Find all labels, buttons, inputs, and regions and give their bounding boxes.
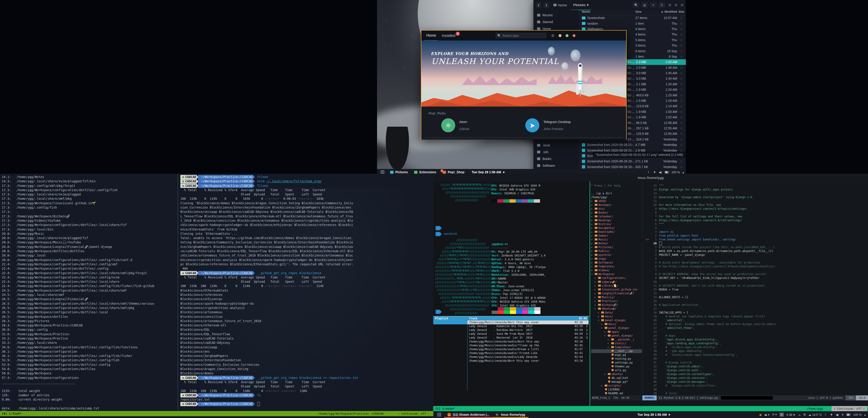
app-grid-icon[interactable] (381, 170, 384, 174)
star-toggle[interactable]: ☆ (677, 138, 686, 141)
back-button[interactable]: ❮ (536, 2, 541, 8)
firefox-nightly-icon[interactable]: ◉ (759, 413, 762, 416)
workspaces-icon[interactable]: ⧉ (804, 413, 806, 416)
track-row[interactable]: /home/ygg/Music/zenaida/audio/Lady Zenai… (467, 355, 589, 359)
sidebar-bookmark[interactable]: .local (533, 142, 579, 149)
track-row[interactable]: /home/ygg/Music/zenaida/audio/"Clean up … (467, 344, 589, 348)
track-row[interactable]: /home/ygg/Music/zenaida/Born this way co… (467, 321, 589, 324)
track-row[interactable]: Lady Zenaid . Humanite Uni Toi 201703:30… (467, 324, 589, 328)
track-row[interactable]: /home/ygg/Music/zenaida/audio/Dream a li… (467, 348, 589, 351)
tmux-pane-fish[interactable]: ●CADCAD~/Workspace/Practice➶/CADCADfclon… (179, 174, 433, 411)
window-button[interactable] (681, 4, 684, 6)
menu-button[interactable]: ☰ (658, 2, 665, 8)
star-toggle[interactable]: ☆ (677, 132, 686, 136)
window-button[interactable] (669, 4, 671, 6)
track-row[interactable]: /home/ygg/Music/zenaida/audio/Born this … (467, 340, 589, 344)
track-row[interactable]: Lady Zenaid . Save Me From Myse 201704:5… (467, 332, 589, 336)
night-light-icon[interactable]: ☾ (825, 413, 827, 416)
search-button[interactable]: 🔍 (633, 2, 640, 8)
chevron-up-icon[interactable]: ▴ (682, 171, 684, 174)
shop-tab-home[interactable]: Home (425, 31, 438, 41)
microphone-icon[interactable]: ⚲ (842, 413, 844, 416)
star-toggle[interactable]: ☆ (677, 115, 686, 119)
star-toggle[interactable]: ☆ (677, 104, 686, 108)
star-toggle[interactable]: ☆ (677, 82, 686, 86)
playlist-item[interactable] (433, 321, 467, 324)
list-column-headers[interactable]: Name Size ▲ Modified Star (579, 10, 686, 15)
sidebar-item[interactable]: Starred (533, 19, 579, 25)
star-toggle[interactable]: ☆ (677, 38, 686, 42)
chevron-up-icon[interactable]: ▴ (864, 413, 866, 416)
star-toggle[interactable]: ☆ (677, 88, 686, 91)
shop-tab-installed[interactable]: Installed3 (440, 31, 457, 40)
forward-button[interactable]: ❯ (544, 2, 549, 8)
star-toggle[interactable]: ☆ (677, 121, 686, 125)
terminal-titlebar[interactable]: tmux /home/ygg (433, 174, 868, 182)
sidebar-item[interactable]: Recent (533, 12, 579, 19)
keyboard-layout-indicator[interactable]: 1 (780, 413, 784, 416)
app-card-atom[interactable]: ⚛ AtomGithub (441, 118, 469, 132)
star-toggle[interactable]: ☆ (677, 99, 686, 102)
night-light-icon[interactable]: ☾ (648, 171, 651, 174)
window-dot[interactable] (565, 34, 568, 37)
star-toggle[interactable]: ☆ (677, 71, 686, 75)
star-toggle[interactable]: ☆ (677, 60, 686, 64)
star-toggle[interactable]: ☆ (677, 66, 686, 69)
clipboard-icon[interactable]: ⎘ ▾ (772, 413, 777, 416)
star-toggle[interactable]: ☆ (677, 165, 686, 169)
star-toggle[interactable]: ☆ (677, 27, 686, 31)
star-toggle[interactable]: ☆ (677, 49, 686, 53)
volume-icon[interactable]: ◀) (659, 171, 662, 174)
star-toggle[interactable]: ☆ (677, 110, 686, 114)
star-toggle[interactable]: ☆ (677, 126, 686, 130)
star-toggle[interactable]: ☆ (677, 143, 686, 147)
sidebar-bookmark[interactable]: .ssh (533, 149, 579, 155)
column-size[interactable]: Size (636, 10, 654, 15)
playlist-item[interactable] (433, 324, 467, 328)
eject-icon[interactable]: ⏏ ▾ (765, 413, 770, 416)
tmux-pane-cmus[interactable]: Playlist Track 35:49 /home/ygg/Music/zen… (433, 317, 589, 406)
volume-icon[interactable]: ◀) (836, 413, 839, 416)
window-button[interactable] (675, 4, 677, 6)
system-tray[interactable]: ◉ ⏏ ▾ ⎘ ▾ 1 4.38 ➤ ☕ ⧉ ☁ 14.5 °C ☾ ▼ ◀) … (759, 413, 866, 416)
nerdtree-window[interactable]: " Press ? for help .. (up a dir)/home/yg… (591, 184, 642, 395)
star-toggle[interactable]: ☆ (677, 22, 686, 25)
location-tab-pictures[interactable]: Pictures ▾ (571, 0, 591, 10)
star-toggle[interactable]: ☆ (677, 33, 686, 36)
tmux-pane-vim[interactable]: " Press ? for help .. (up a dir)/home/yg… (590, 182, 868, 406)
star-toggle[interactable]: ☆ (677, 93, 686, 97)
column-star[interactable]: Star (677, 10, 686, 15)
window-dot[interactable] (572, 34, 576, 37)
tmux-pane-autojump[interactable]: 14.1: /home/ygg/Notes14.3: /home/ygg/.lo… (0, 174, 178, 411)
left-terminal[interactable]: 14.1: /home/ygg/Notes14.3: /home/ygg/.lo… (0, 174, 433, 418)
wifi-icon[interactable]: ▼ (653, 171, 656, 174)
shop-banner[interactable]: EXPLORE YOUR HORIZONS AND UNLEASH YOUR P… (421, 40, 626, 107)
weather-indicator[interactable]: ☁ 14.5 °C (808, 413, 822, 416)
star-toggle[interactable]: ☆ (677, 55, 686, 58)
taskbar-window-button[interactable]: >_ tmux /home/ygg (492, 412, 528, 418)
track-row[interactable]: Lady Zenaid . Rainbow Warriors 201703:59… (467, 328, 589, 332)
file-row[interactable]: random 1 item Thu ☆ (579, 21, 686, 26)
tmux-pane-neofetch[interactable]: //////.767676767676767676,////// /////76… (433, 182, 589, 316)
track-row[interactable]: /home/ygg/Music/zenaida/audio/'Friend Li… (467, 351, 589, 355)
star-toggle[interactable]: ☆ (677, 77, 686, 80)
shop-search-input[interactable]: 🔍Search Apps (495, 33, 547, 38)
app-grid-icon[interactable] (437, 413, 441, 416)
sidebar-bookmark[interactable]: Software (533, 162, 579, 169)
column-modified[interactable]: ▲ Modified (654, 10, 677, 15)
track-row[interactable]: Lady Zenaid . Mastered- Let It 201803:16… (467, 336, 589, 340)
column-name[interactable]: Name (579, 10, 636, 15)
track-row[interactable]: /home/ygg/Music/zenaida/Born this way co… (467, 359, 589, 363)
file-row[interactable]: Screenshot from 2020-09-28 20-... 271.1 … (579, 158, 686, 164)
sidebar-bookmark[interactable]: Books (533, 155, 579, 162)
system-tray[interactable]: ☾ ▼ ◀) 100 % ▴ (648, 171, 684, 174)
tmux-pane-divider[interactable] (178, 174, 178, 411)
panel-clock[interactable]: Tue Sep 29 1:56 AM (638, 413, 670, 416)
home-tab[interactable]: Home (551, 0, 569, 10)
tmux-window-list[interactable]: [0] 1:fish* (0, 412, 23, 416)
panel-clock[interactable]: Tue Sep 29 1:56 AM (472, 170, 504, 174)
file-row[interactable]: Screenshot from 2020-09-28 21-... 4.7 MB… (579, 142, 686, 147)
window-dot[interactable] (559, 34, 561, 37)
gear-icon[interactable]: ⚙ (551, 33, 554, 38)
file-row[interactable]: Screenshots 27 items 12:57 AM ☆ (579, 15, 686, 21)
